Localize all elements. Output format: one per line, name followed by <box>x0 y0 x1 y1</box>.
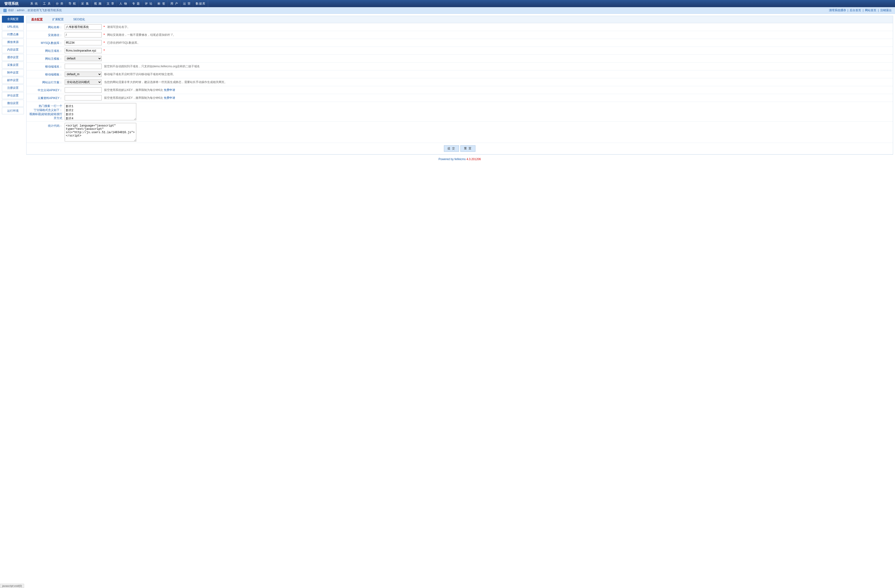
welcome-text: 你好：admin，欢迎使用飞飞影视导航系统 <box>8 8 62 12</box>
input-install-path[interactable] <box>65 32 102 38</box>
label-hot-search: 热门搜索 一行一个 "|"分隔格式含义如下： 视频标题|超链接|超链接打开方式 <box>26 103 65 120</box>
sidebar-item-9[interactable]: 注册设置 <box>2 85 24 91</box>
input-douban-apikey[interactable] <box>65 95 102 100</box>
welcome-link-0[interactable]: 清理系统缓存 <box>829 9 846 12</box>
submit-button[interactable]: 提 交 <box>444 145 459 152</box>
sidebar-item-4[interactable]: 内容设置 <box>2 46 24 53</box>
tabs: 基本配置扩展配置SEO优化 <box>26 16 893 23</box>
welcome-links: 清理系统缓存 | 后台首页 | 网站首页 | 注销退出 <box>829 8 892 12</box>
row-main-template: 网站主模板： default <box>26 55 893 62</box>
sidebar-item-0[interactable]: 全局配置 <box>2 16 24 23</box>
label-run-mode: 网站运行方案： <box>26 79 65 85</box>
select-main-template[interactable]: default <box>65 56 102 61</box>
footer-version: 4.3.201206 <box>467 158 481 161</box>
top-menu-item-12[interactable]: 运 营 <box>181 0 193 7</box>
label-mysql-db: MYSQL数据库： <box>26 40 65 45</box>
top-menu-item-13[interactable]: 数据库 <box>193 0 208 7</box>
hint-mysql-db: 已存在的MYSQL数据库。 <box>107 41 140 45</box>
sidebar-item-6[interactable]: 采集设置 <box>2 62 24 68</box>
row-stats-code: 统计代码： <box>26 122 893 143</box>
welcome-link-3[interactable]: 注销退出 <box>880 9 892 12</box>
label-mobile-domain: 移动端域名： <box>26 64 65 69</box>
input-main-domain[interactable] <box>65 48 102 53</box>
row-mobile-domain: 移动端域名： 留空则不自动跳转到子域名，只支持如demo.feifeicms.o… <box>26 62 893 70</box>
select-mobile-template[interactable]: default_m <box>65 71 102 77</box>
hint-run-mode: 当您的网站流量非常大的时候，建议选择将一些页面生成静态，需要站长手动操作生成相关… <box>104 80 227 84</box>
required-star: * <box>103 25 105 29</box>
sidebar-item-1[interactable]: URL优化 <box>2 23 24 30</box>
link-free-apply-cn[interactable]: 免费申请 <box>164 88 175 92</box>
row-mobile-template: 移动端模板： default_m 移动端子域名开启时用于访问移动端子域名时独立使… <box>26 70 893 78</box>
row-cn-apikey: 中文分词APIKEY： 留空使用系统默认KEY，频率限制为每分钟6次 免费申请 <box>26 86 893 94</box>
textarea-stats-code[interactable] <box>65 123 136 141</box>
top-menu-item-6[interactable]: 文 章 <box>104 0 117 7</box>
footer: Powered by feifeicms 4.3.201206 <box>26 155 893 164</box>
label-site-name: 网站名称： <box>26 24 65 29</box>
row-submit: 提 交 重 置 <box>26 143 893 155</box>
top-menu-item-9[interactable]: 评 论 <box>143 0 155 7</box>
sidebar-item-11[interactable]: 微信设置 <box>2 100 24 107</box>
top-menu-item-8[interactable]: 专 题 <box>130 0 143 7</box>
select-run-mode[interactable]: 全站动态访问模式 <box>65 79 102 85</box>
label-main-template: 网站主模板： <box>26 56 65 61</box>
hint-site-name: 请填写贵站名字。 <box>107 25 130 29</box>
top-menu-item-10[interactable]: 标 签 <box>155 0 168 7</box>
input-site-name[interactable] <box>65 24 102 30</box>
tab-0[interactable]: 基本配置 <box>26 16 47 23</box>
hint-mobile-domain: 留空则不自动跳转到子域名，只支持如demo.feifeicms.org这样的二级… <box>104 64 200 68</box>
top-menu-item-11[interactable]: 用 户 <box>168 0 181 7</box>
row-main-domain: 网站主域名： * <box>26 47 893 55</box>
reset-button[interactable]: 重 置 <box>460 145 475 152</box>
hint-mobile-template: 移动端子域名开启时用于访问移动端子域名时独立使用。 <box>104 72 176 76</box>
welcome-link-2[interactable]: 网站首页 <box>865 9 876 12</box>
user-icon <box>3 9 7 12</box>
top-menu-item-1[interactable]: 工 具 <box>41 0 53 7</box>
sidebar-item-12[interactable]: 运行环境 <box>2 108 24 114</box>
welcome-bar: 你好：admin，欢迎使用飞飞影视导航系统 清理系统缓存 | 后台首页 | 网站… <box>0 7 895 14</box>
row-mysql-db: MYSQL数据库： * 已存在的MYSQL数据库。 <box>26 39 893 47</box>
top-menu-item-2[interactable]: 分 类 <box>53 0 66 7</box>
required-star: * <box>103 49 105 52</box>
hint-cn-apikey: 留空使用系统默认KEY，频率限制为每分钟6次 免费申请 <box>104 88 175 92</box>
row-install-path: 安装路径： * 网站安装路径，一般不需要修改，结尾必需加斜杆 '/'。 <box>26 31 893 39</box>
row-douban-apikey: 豆瓣资料APIKEY： 留空使用系统默认KEY，频率限制为每分钟6次 免费申请 <box>26 94 893 102</box>
label-stats-code: 统计代码： <box>26 123 65 128</box>
required-star: * <box>103 33 105 36</box>
label-mobile-template: 移动端模板： <box>26 71 65 77</box>
sidebar: 全局配置URL优化付费点播播放来源内容设置缓存设置采集设置附件设置邮件设置注册设… <box>2 16 24 115</box>
sidebar-item-7[interactable]: 附件设置 <box>2 69 24 76</box>
input-mysql-db[interactable] <box>65 40 102 45</box>
top-menu-item-0[interactable]: 系 统 <box>28 0 41 7</box>
sidebar-item-10[interactable]: 评论设置 <box>2 92 24 99</box>
app-title: 管理系统 <box>2 2 19 6</box>
row-site-name: 网站名称： * 请填写贵站名字。 <box>26 23 893 31</box>
form-area: 网站名称： * 请填写贵站名字。 安装路径： * 网站安装路径，一般不需要修改，… <box>26 23 893 155</box>
top-menu-item-5[interactable]: 视 频 <box>92 0 104 7</box>
label-install-path: 安装路径： <box>26 32 65 37</box>
sidebar-item-8[interactable]: 邮件设置 <box>2 77 24 84</box>
textarea-hot-search[interactable] <box>65 103 136 120</box>
top-menu-item-3[interactable]: 导 航 <box>66 0 79 7</box>
layout: 全局配置URL优化付费点播播放来源内容设置缓存设置采集设置附件设置邮件设置注册设… <box>0 14 895 166</box>
label-douban-apikey: 豆瓣资料APIKEY： <box>26 95 65 100</box>
tab-2[interactable]: SEO优化 <box>68 16 90 23</box>
hint-install-path: 网站安装路径，一般不需要修改，结尾必需加斜杆 '/'。 <box>107 33 176 37</box>
top-menu-item-7[interactable]: 人 物 <box>117 0 130 7</box>
footer-powered: Powered by feifeicms <box>438 158 466 161</box>
row-hot-search: 热门搜索 一行一个 "|"分隔格式含义如下： 视频标题|超链接|超链接打开方式 <box>26 102 893 122</box>
required-star: * <box>103 41 105 44</box>
top-menu: 系 统工 具分 类导 航采 集视 频文 章人 物专 题评 论标 签用 户运 营数… <box>28 0 208 7</box>
header-bar: 管理系统 系 统工 具分 类导 航采 集视 频文 章人 物专 题评 论标 签用 … <box>0 0 895 7</box>
sidebar-item-2[interactable]: 付费点播 <box>2 31 24 38</box>
sidebar-item-3[interactable]: 播放来源 <box>2 39 24 45</box>
input-mobile-domain[interactable] <box>65 64 102 69</box>
row-run-mode: 网站运行方案： 全站动态访问模式 当您的网站流量非常大的时候，建议选择将一些页面… <box>26 78 893 86</box>
input-cn-apikey[interactable] <box>65 87 102 92</box>
top-menu-item-4[interactable]: 采 集 <box>79 0 91 7</box>
tab-1[interactable]: 扩展配置 <box>47 16 68 23</box>
welcome-link-1[interactable]: 后台首页 <box>849 9 861 12</box>
sidebar-item-5[interactable]: 缓存设置 <box>2 54 24 61</box>
hint-douban-apikey: 留空使用系统默认KEY，频率限制为每分钟6次 免费申请 <box>104 96 175 100</box>
label-cn-apikey: 中文分词APIKEY： <box>26 87 65 92</box>
link-free-apply-douban[interactable]: 免费申请 <box>164 96 175 100</box>
